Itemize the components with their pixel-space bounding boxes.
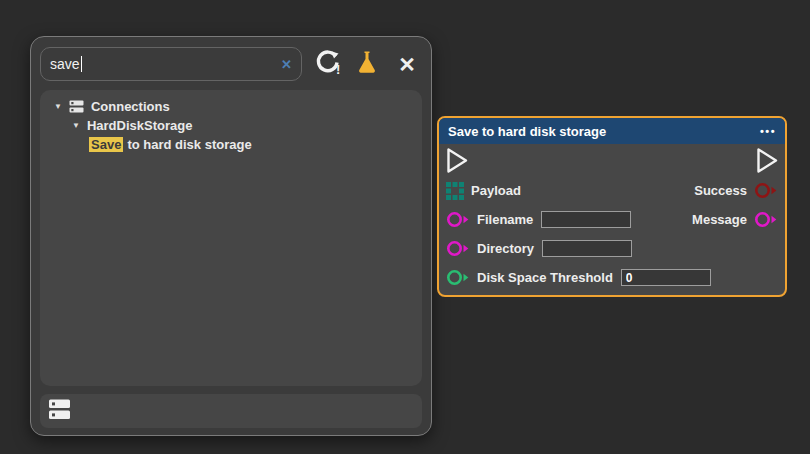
node-title: Save to hard disk storage bbox=[448, 124, 606, 139]
port-label-directory: Directory bbox=[477, 241, 534, 256]
tree-item-harddiskstorage[interactable]: ▼ HardDiskStorage bbox=[40, 116, 422, 135]
payload-input-pin[interactable] bbox=[446, 182, 464, 200]
collapsed-category-bar[interactable] bbox=[40, 394, 422, 428]
directory-field[interactable] bbox=[542, 240, 632, 257]
filter-button[interactable] bbox=[352, 48, 382, 80]
exec-output-pin[interactable] bbox=[756, 147, 778, 174]
connections-server-icon bbox=[69, 100, 84, 113]
tree-item-label: HardDiskStorage bbox=[87, 118, 192, 133]
port-row-payload-success: Payload Success bbox=[444, 176, 780, 205]
tree-item-label: Connections bbox=[91, 99, 170, 114]
port-label-message: Message bbox=[692, 212, 747, 227]
tree-item-label: to hard disk storage bbox=[127, 137, 251, 152]
node-save-to-hard-disk-storage[interactable]: Save to hard disk storage ••• bbox=[437, 116, 787, 297]
search-input-value: save bbox=[50, 56, 80, 72]
port-row-filename-message: Filename Message bbox=[444, 205, 780, 234]
search-results-tree: ▼ Connections ▼ HardDiskStorage Save to … bbox=[40, 90, 422, 386]
search-toolbar: save ✕ ! ✕ bbox=[40, 46, 422, 82]
filename-field[interactable] bbox=[541, 211, 631, 228]
port-label-filename: Filename bbox=[477, 212, 533, 227]
caret-down-icon[interactable]: ▼ bbox=[72, 121, 80, 130]
text-cursor bbox=[81, 56, 83, 72]
port-label-disk-space-threshold: Disk Space Threshold bbox=[477, 270, 613, 285]
search-input[interactable]: save ✕ bbox=[40, 47, 302, 81]
tree-item-save-to-hard-disk-storage[interactable]: Save to hard disk storage bbox=[40, 135, 422, 154]
disk-space-threshold-field[interactable] bbox=[621, 269, 711, 286]
close-panel-button[interactable]: ✕ bbox=[392, 48, 422, 80]
disk-space-threshold-input-pin[interactable] bbox=[446, 268, 470, 287]
node-menu-icon[interactable]: ••• bbox=[760, 125, 776, 137]
search-match-highlight: Save bbox=[89, 137, 123, 152]
flask-icon bbox=[355, 49, 379, 79]
server-icon bbox=[48, 398, 73, 425]
caret-down-icon[interactable]: ▼ bbox=[54, 102, 62, 111]
node-title-bar[interactable]: Save to hard disk storage ••• bbox=[439, 118, 785, 144]
tree-item-connections[interactable]: ▼ Connections bbox=[40, 97, 422, 116]
port-row-disk-space-threshold: Disk Space Threshold bbox=[444, 263, 780, 292]
success-output-pin[interactable] bbox=[754, 181, 778, 200]
port-label-success: Success bbox=[694, 183, 747, 198]
port-label-payload: Payload bbox=[471, 183, 521, 198]
directory-input-pin[interactable] bbox=[446, 239, 470, 258]
refresh-alert-icon: ! bbox=[314, 49, 341, 80]
clear-search-icon[interactable]: ✕ bbox=[281, 57, 292, 72]
close-icon: ✕ bbox=[398, 54, 416, 75]
node-search-panel: save ✕ ! ✕ ▼ bbox=[30, 36, 432, 436]
exec-pin-row bbox=[444, 145, 780, 176]
node-body: Payload Success Filename bbox=[439, 144, 785, 292]
message-output-pin[interactable] bbox=[754, 210, 778, 229]
port-row-directory: Directory bbox=[444, 234, 780, 263]
filename-input-pin[interactable] bbox=[446, 210, 470, 229]
exec-input-pin[interactable] bbox=[446, 147, 468, 174]
svg-text:!: ! bbox=[336, 62, 340, 76]
refresh-alert-button[interactable]: ! bbox=[312, 48, 342, 80]
